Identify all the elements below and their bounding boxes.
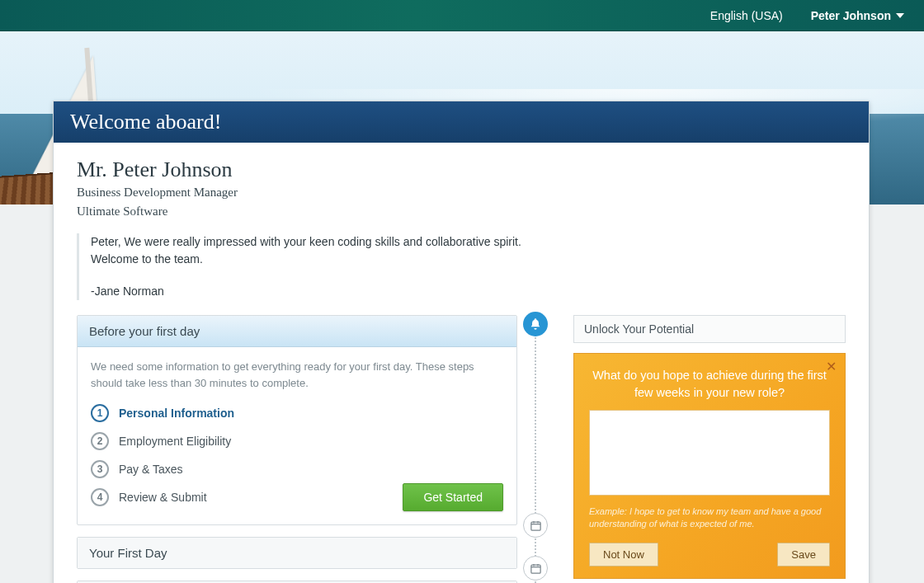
step-number: 3: [91, 460, 109, 478]
svg-rect-1: [530, 565, 540, 573]
step-label: Pay & Taxes: [119, 463, 183, 476]
svg-rect-0: [530, 522, 540, 530]
employee-company: Ultimate Software: [77, 205, 846, 219]
close-button[interactable]: ✕: [826, 359, 837, 374]
card-banner: Welcome aboard!: [54, 101, 869, 143]
potential-hint: Example: I hope to get to know my team a…: [589, 505, 830, 531]
close-icon: ✕: [826, 360, 837, 374]
welcome-card: Welcome aboard! Mr. Peter Johnson Busine…: [53, 101, 870, 583]
caret-down-icon: [896, 13, 904, 18]
save-button[interactable]: Save: [777, 543, 830, 567]
welcome-author: -Jane Norman: [91, 283, 539, 300]
potential-answer-input[interactable]: [589, 410, 830, 496]
step-label: Personal Information: [119, 407, 234, 420]
section-header-first-day-label: Your First Day: [89, 546, 167, 560]
before-description: We need some information to get everythi…: [91, 359, 503, 391]
potential-question: What do you hope to achieve during the f…: [589, 367, 830, 410]
step-number: 2: [91, 432, 109, 450]
step-number: 4: [91, 488, 109, 506]
step-personal-information[interactable]: 1 Personal Information: [91, 399, 503, 427]
welcome-line-1: Peter, We were really impressed with you…: [91, 233, 539, 251]
section-header-first-day: Your First Day: [78, 538, 516, 568]
milestone-track: [517, 315, 554, 583]
language-label: English (USA): [710, 9, 783, 22]
get-started-button[interactable]: Get Started: [403, 483, 503, 511]
step-pay-taxes[interactable]: 3 Pay & Taxes: [91, 455, 503, 483]
language-selector[interactable]: English (USA): [710, 9, 783, 22]
not-now-button[interactable]: Not Now: [589, 543, 658, 567]
top-bar: English (USA) Peter Johnson: [0, 0, 924, 31]
step-label: Review & Submit: [119, 491, 207, 504]
user-name: Peter Johnson: [811, 9, 891, 22]
step-employment-eligibility[interactable]: 2 Employment Eligibility: [91, 427, 503, 455]
employee-title: Business Development Manager: [77, 186, 846, 200]
employee-name: Mr. Peter Johnson: [77, 158, 846, 182]
calendar-icon: [523, 556, 548, 581]
welcome-message: Peter, We were really impressed with you…: [77, 233, 539, 300]
bell-icon: [523, 312, 548, 336]
user-menu[interactable]: Peter Johnson: [811, 9, 904, 22]
step-label: Employment Eligibility: [119, 435, 231, 448]
banner-title: Welcome aboard!: [70, 110, 221, 134]
calendar-icon: [523, 513, 548, 538]
step-number: 1: [91, 404, 109, 422]
section-header-before: Before your first day: [78, 316, 516, 347]
section-before-first-day: Before your first day We need some infor…: [77, 315, 517, 525]
unlock-potential-header-label: Unlock Your Potential: [584, 322, 694, 336]
section-header-before-label: Before your first day: [89, 324, 200, 338]
unlock-potential-header: Unlock Your Potential: [573, 315, 846, 343]
section-your-first-day[interactable]: Your First Day: [77, 537, 517, 569]
potential-widget: ✕ What do you hope to achieve during the…: [573, 353, 846, 579]
welcome-line-2: Welcome to the team.: [91, 251, 539, 268]
